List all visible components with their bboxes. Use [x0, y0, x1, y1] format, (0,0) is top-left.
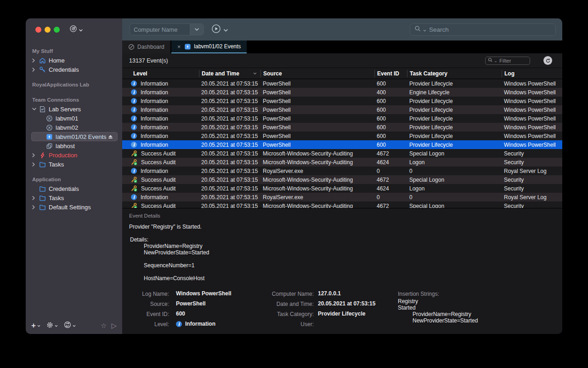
event-message: Provider "Registry" is Started.	[129, 224, 202, 230]
information-icon: i	[131, 142, 137, 148]
tab-labvm01-02-events[interactable]: ×labvm01/02 Events	[171, 40, 247, 53]
sidebar-section-title-royalapplications-lab: RoyalApplications Lab	[26, 80, 122, 89]
insertion-string-line: Registry	[398, 298, 418, 305]
dashboard-icon	[128, 44, 135, 50]
table-row[interactable]: iInformation20.05.2021 at 07:53:15PowerS…	[122, 79, 562, 88]
sidebar-item-tasks[interactable]: Tasks	[31, 193, 118, 202]
column-header-source[interactable]: Source	[260, 70, 374, 77]
information-icon: i	[131, 124, 137, 130]
filter-input[interactable]	[498, 58, 527, 64]
column-header-task-category[interactable]: Task Category	[407, 70, 502, 77]
column-header-event-id[interactable]: Event ID	[374, 70, 407, 77]
sidebar-item-production[interactable]: Production	[31, 150, 118, 160]
search-input[interactable]	[428, 26, 551, 34]
event-details-title: Event Details	[129, 213, 160, 218]
sidebar-section-title-application: Application	[26, 175, 122, 184]
connect-action-button[interactable]	[211, 24, 228, 35]
close-window-button[interactable]	[35, 27, 41, 33]
table-row[interactable]: iInformation20.05.2021 at 07:53:15PowerS…	[122, 88, 562, 97]
sidebar-item-lab-servers[interactable]: Lab Servers	[31, 104, 118, 114]
table-row[interactable]: iInformation20.05.2021 at 07:53:15RoyalS…	[122, 167, 562, 175]
chevron-right-icon[interactable]	[32, 153, 39, 157]
table-row[interactable]: iInformation20.05.2021 at 07:53:15PowerS…	[122, 97, 562, 105]
favorite-star-button[interactable]: ☆	[101, 322, 107, 330]
chevron-down-icon	[423, 25, 426, 34]
eject-icon[interactable]	[107, 134, 113, 141]
vm-icon	[45, 115, 53, 122]
add-button[interactable]: +	[31, 322, 40, 329]
connect-play-button[interactable]: ▷	[111, 322, 117, 330]
tab-dashboard[interactable]: Dashboard	[122, 40, 170, 53]
chevron-right-icon[interactable]	[32, 162, 39, 167]
window-titlebar	[26, 18, 122, 40]
table-row[interactable]: iInformation20.05.2021 at 07:53:15RoyalS…	[122, 193, 562, 201]
success-audit-key-icon	[130, 202, 137, 208]
column-header-log[interactable]: Log	[502, 70, 562, 77]
sidebar-item-home[interactable]: Home	[31, 56, 118, 65]
sync-button[interactable]	[64, 321, 76, 330]
sidebar-item-label: labvm01/02 Events	[56, 133, 107, 140]
sidebar-section-title-team-connections: Team Connections	[26, 95, 122, 104]
table-row[interactable]: iInformation20.05.2021 at 07:53:15PowerS…	[122, 114, 562, 123]
table-row[interactable]: Success Audit20.05.2021 at 07:53:15Micro…	[122, 158, 562, 167]
target-icon	[69, 25, 77, 34]
table-row[interactable]: Success Audit20.05.2021 at 07:53:15Micro…	[122, 201, 562, 208]
tab-label: Dashboard	[137, 44, 164, 50]
chevron-right-icon[interactable]	[32, 58, 39, 63]
sidebar-item-credentials[interactable]: Credentials	[31, 65, 118, 74]
chevron-right-icon[interactable]	[32, 196, 39, 200]
sidebar-item-label: Lab Servers	[49, 106, 81, 113]
sidebar-item-labvm01-02-events[interactable]: labvm01/02 Events	[31, 132, 118, 141]
play-circle-icon	[211, 24, 221, 35]
field-value-event-id: 600	[176, 310, 185, 317]
chevron-down-icon	[224, 25, 228, 34]
chevron-right-icon[interactable]	[32, 205, 39, 209]
table-row[interactable]: iInformation20.05.2021 at 07:53:15PowerS…	[122, 140, 562, 149]
chevron-down-icon[interactable]	[32, 108, 39, 110]
sidebar-item-label: labhost	[56, 143, 75, 150]
table-row[interactable]: iInformation20.05.2021 at 07:53:15PowerS…	[122, 105, 562, 114]
column-header-level[interactable]: Level	[122, 70, 199, 77]
filter-field	[485, 57, 530, 65]
success-audit-key-icon	[130, 159, 137, 166]
success-audit-key-icon	[130, 185, 137, 192]
close-tab-icon[interactable]: ×	[177, 43, 181, 50]
column-header-date-and-time[interactable]: Date and Time	[199, 70, 260, 77]
sidebar-item-labhost[interactable]: labhost	[31, 141, 118, 150]
table-row[interactable]: iInformation20.05.2021 at 07:53:15PowerS…	[122, 132, 562, 140]
sidebar-item-label: Credentials	[49, 66, 79, 73]
connection-actions-button[interactable]	[69, 25, 83, 34]
minimize-window-button[interactable]	[45, 27, 51, 33]
field-label-user: User:	[237, 321, 314, 328]
sidebar-item-labvm02[interactable]: labvm02	[31, 123, 118, 132]
table-row[interactable]: Success Audit20.05.2021 at 07:53:15Micro…	[122, 184, 562, 193]
information-icon: i	[131, 89, 137, 95]
bolt-icon	[39, 151, 46, 159]
refresh-button[interactable]	[543, 56, 552, 65]
sidebar-item-default-settings[interactable]: Default Settings	[31, 202, 118, 212]
insertion-string-line: NewProviderState=Started	[413, 317, 478, 324]
event-count: 13137 Event(s)	[129, 58, 168, 64]
information-icon: i	[131, 80, 137, 86]
tab-label: labvm01/02 Events	[194, 43, 241, 50]
chevron-right-icon[interactable]	[32, 68, 39, 72]
table-row[interactable]: Success Audit20.05.2021 at 07:53:15Micro…	[122, 175, 562, 184]
sidebar-item-credentials[interactable]: Credentials	[31, 184, 118, 193]
table-row[interactable]: iInformation20.05.2021 at 07:53:15PowerS…	[122, 123, 562, 132]
folder-icon	[39, 185, 46, 192]
sidebar-item-labvm01[interactable]: labvm01	[31, 114, 118, 123]
computer-name-dropdown-button[interactable]	[190, 24, 204, 35]
field-label-event-id: Event ID:	[122, 311, 169, 317]
field-label-log-name: Log Name:	[122, 291, 169, 297]
sidebar-item-tasks[interactable]: Tasks	[31, 160, 118, 169]
table-row[interactable]: Success Audit20.05.2021 at 07:53:15Micro…	[122, 149, 562, 158]
field-label-date-and-time: Date and Time:	[237, 301, 314, 307]
tab-bar: Dashboard×labvm01/02 Events	[122, 40, 562, 53]
computer-name-input[interactable]	[130, 24, 190, 35]
field-value-log-name: Windows PowerShell	[176, 290, 232, 297]
vm-icon	[45, 124, 53, 131]
zoom-window-button[interactable]	[54, 27, 60, 33]
sidebar-bottom-toolbar: + ☆ ▷	[26, 317, 122, 334]
event-table: iInformation20.05.2021 at 07:53:15PowerS…	[122, 79, 562, 208]
settings-button[interactable]	[46, 322, 58, 330]
